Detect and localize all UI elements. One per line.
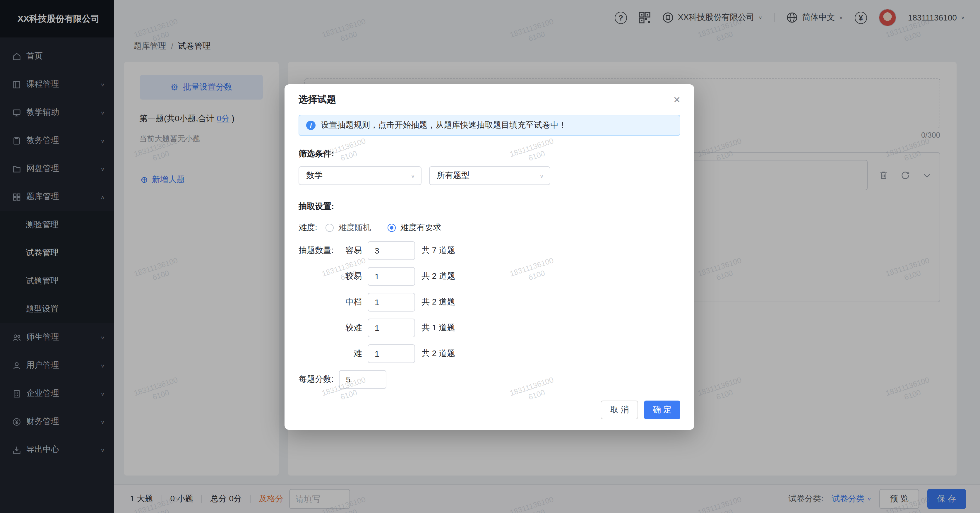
difficulty-label: 难度: xyxy=(299,223,317,233)
count-label: 抽题数量: xyxy=(299,245,344,256)
count-row-easier: 较易 共 2 道题 xyxy=(299,267,680,286)
count-input-harder[interactable] xyxy=(368,319,415,337)
extract-section-label: 抽取设置: xyxy=(299,201,680,212)
count-input-easy[interactable] xyxy=(368,241,415,260)
count-input-hard[interactable] xyxy=(368,344,415,363)
draw-count-section: 抽题数量: 容易 共 7 道题 较易 共 2 道题 中档 共 2 道题 较难 xyxy=(299,241,680,363)
radio-difficulty-required[interactable]: 难度有要求 xyxy=(388,223,441,233)
level-label: 中档 xyxy=(344,297,362,307)
level-label: 较难 xyxy=(344,323,362,333)
subject-select-value: 数学 xyxy=(306,170,323,181)
select-question-dialog: 选择试题 × i 设置抽题规则，点击开始抽题，从题库快速抽取题目填充至试卷中！ … xyxy=(285,84,694,430)
level-total: 共 2 道题 xyxy=(422,349,455,359)
subject-select[interactable]: 数学 ∨ xyxy=(299,166,422,185)
score-per-question-row: 每题分数: xyxy=(299,370,680,389)
cancel-button[interactable]: 取 消 xyxy=(601,401,638,419)
info-alert: i 设置抽题规则，点击开始抽题，从题库快速抽取题目填充至试卷中！ xyxy=(299,115,680,136)
chevron-down-icon: ∨ xyxy=(539,173,544,178)
radio-circle-checked xyxy=(388,224,396,232)
difficulty-row: 难度: 难度随机 难度有要求 xyxy=(299,223,680,233)
level-total: 共 7 道题 xyxy=(422,245,455,256)
level-total: 共 2 道题 xyxy=(422,297,455,307)
level-label: 容易 xyxy=(344,245,362,256)
dialog-title: 选择试题 xyxy=(299,93,336,106)
score-per-question-input[interactable] xyxy=(339,370,387,389)
info-alert-text: 设置抽题规则，点击开始抽题，从题库快速抽取题目填充至试卷中！ xyxy=(321,120,567,131)
dialog-header: 选择试题 × xyxy=(299,84,680,115)
count-row-easy: 抽题数量: 容易 共 7 道题 xyxy=(299,241,680,260)
info-icon: i xyxy=(306,121,315,130)
count-row-hard: 难 共 2 道题 xyxy=(299,344,680,363)
question-type-select[interactable]: 所有题型 ∨ xyxy=(429,166,550,185)
filter-selects: 数学 ∨ 所有题型 ∨ xyxy=(299,166,680,185)
count-input-medium[interactable] xyxy=(368,293,415,312)
level-label: 较易 xyxy=(344,271,362,282)
close-icon[interactable]: × xyxy=(673,94,680,105)
dialog-actions: 取 消 确 定 xyxy=(299,401,680,419)
count-row-harder: 较难 共 1 道题 xyxy=(299,319,680,337)
score-per-question-label: 每题分数: xyxy=(299,374,334,385)
app-root: XX科技股份有限公司 首页 课程管理 ∨ 教学辅助 ∨ xyxy=(0,0,980,513)
count-input-easier[interactable] xyxy=(368,267,415,286)
level-total: 共 2 道题 xyxy=(422,271,455,282)
chevron-down-icon: ∨ xyxy=(410,173,415,178)
radio-circle xyxy=(326,224,334,232)
level-label: 难 xyxy=(344,349,362,359)
radio-difficulty-random[interactable]: 难度随机 xyxy=(326,223,371,233)
count-row-medium: 中档 共 2 道题 xyxy=(299,293,680,312)
confirm-button[interactable]: 确 定 xyxy=(644,401,680,419)
question-type-select-value: 所有题型 xyxy=(437,170,469,181)
level-total: 共 1 道题 xyxy=(422,323,455,333)
filter-section-label: 筛选条件: xyxy=(299,149,680,159)
